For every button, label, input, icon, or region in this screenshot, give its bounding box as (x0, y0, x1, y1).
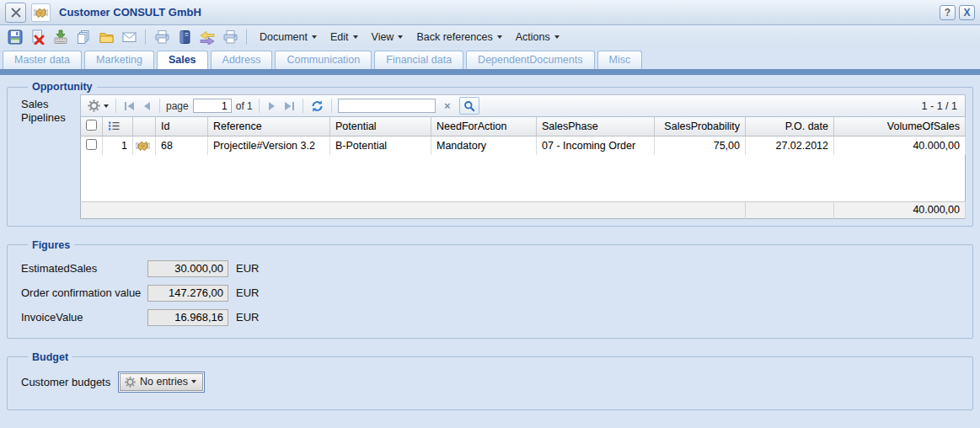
col-header-salesprobability[interactable]: SalesProbability (655, 117, 746, 136)
handshake-icon[interactable] (136, 140, 153, 152)
menu-bar: Document Edit View Back references Actio… (260, 31, 560, 43)
customer-budgets-label: Customer budgets (21, 376, 118, 388)
grid-toolbar: page of 1 (80, 94, 966, 117)
transfer-arrows-icon[interactable] (199, 29, 216, 45)
cell-salesprobability: 75,00 (655, 136, 746, 155)
menu-back-references[interactable]: Back references (416, 31, 501, 43)
col-header-needforaction[interactable]: NeedForAction (431, 117, 537, 136)
row-icon-header (133, 117, 156, 136)
mail-icon[interactable] (120, 29, 137, 45)
handshake-icon (34, 7, 48, 19)
tab-marketing[interactable]: Marketing (84, 51, 154, 69)
cell-potential: B-Potential (330, 136, 431, 155)
window-close-left-button[interactable] (5, 3, 26, 23)
table-footer-row: 40.000,00 (81, 201, 966, 218)
chevron-down-icon (398, 35, 403, 39)
last-page-button[interactable] (282, 99, 297, 113)
tab-accent-bar (0, 69, 980, 75)
next-page-button[interactable] (265, 99, 278, 113)
opportunity-legend: Opportunity (28, 81, 97, 93)
no-entries-label: No entries (140, 376, 188, 388)
row-number-header[interactable] (103, 117, 133, 136)
invoice-value-label: InvoiceValue (21, 311, 147, 324)
figures-legend: Figures (28, 239, 74, 251)
grid-settings-gear-button[interactable] (86, 98, 110, 114)
folder-icon[interactable] (98, 29, 115, 45)
page-of-label: of 1 (236, 100, 253, 112)
cell-salesphase: 07 - Incoming Order (537, 136, 655, 155)
table-header-row: Id Reference Potential NeedForAction Sal… (81, 117, 966, 136)
col-header-po-date[interactable]: P.O. date (746, 117, 834, 136)
save-icon[interactable] (7, 29, 24, 45)
copy-icon[interactable] (75, 29, 92, 45)
opportunity-section: Opportunity Sales Pipelines (7, 81, 973, 227)
tab-misc[interactable]: Misc (597, 51, 643, 69)
grid-toolbar-separator (259, 99, 260, 113)
page-label: page (166, 100, 189, 112)
estimated-sales-currency: EUR (236, 262, 259, 275)
delete-document-icon[interactable] (29, 29, 46, 45)
col-header-potential[interactable]: Potential (330, 117, 431, 136)
col-header-salesphase[interactable]: SalesPhase (537, 117, 655, 136)
select-all-header (81, 117, 103, 136)
window-title: Customer CONSULT GmbH (59, 6, 934, 19)
sales-pipelines-table: Id Reference Potential NeedForAction Sal… (80, 117, 966, 219)
select-all-checkbox[interactable] (86, 120, 97, 131)
prev-page-button[interactable] (141, 99, 153, 113)
close-x-icon (9, 6, 23, 19)
menu-actions-label: Actions (516, 31, 550, 43)
first-page-button[interactable] (122, 99, 137, 113)
toolbar-separator (246, 29, 247, 45)
customer-budgets-dropdown-wrap: No entries (118, 372, 205, 393)
paste-insert-icon[interactable] (52, 29, 69, 45)
search-icon (463, 100, 475, 112)
menu-edit[interactable]: Edit (330, 31, 358, 43)
table-row[interactable]: 1 (81, 136, 966, 155)
tab-sales[interactable]: Sales (157, 51, 208, 69)
print-preview-icon[interactable] (222, 29, 238, 45)
budget-legend: Budget (28, 351, 72, 363)
gear-icon (124, 376, 137, 388)
tab-communication[interactable]: Communication (275, 51, 372, 69)
search-button[interactable] (459, 97, 479, 115)
gear-icon (87, 99, 101, 113)
print-icon[interactable] (153, 29, 170, 45)
menu-actions[interactable]: Actions (516, 31, 560, 43)
estimated-sales-label: EstimatedSales (21, 262, 147, 275)
refresh-button[interactable] (309, 99, 325, 114)
budget-section: Budget Customer budgets (7, 351, 973, 410)
col-header-id[interactable]: Id (156, 117, 208, 136)
invoice-value-field[interactable] (147, 309, 228, 326)
table-empty-area (81, 155, 966, 201)
row-checkbox[interactable] (86, 139, 97, 150)
col-header-reference[interactable]: Reference (208, 117, 330, 136)
page-content: Opportunity Sales Pipelines (0, 75, 980, 410)
tab-master-data[interactable]: Master data (3, 51, 82, 69)
clear-search-button[interactable]: × (440, 99, 455, 114)
help-button[interactable]: ? (940, 5, 956, 20)
tab-dependent-documents[interactable]: DependentDocuments (466, 51, 594, 69)
cell-id: 68 (156, 136, 208, 155)
page-number-input[interactable] (193, 99, 232, 113)
report-book-icon[interactable] (176, 29, 193, 45)
col-header-volumeofsales[interactable]: VolumeOfSales (834, 117, 966, 136)
chevron-down-icon (353, 35, 358, 39)
figures-section: Figures EstimatedSales EUR Order confirm… (7, 239, 973, 339)
tab-financial-data[interactable]: Financial data (374, 51, 463, 69)
customer-budgets-dropdown-button[interactable]: No entries (120, 373, 203, 391)
menu-document[interactable]: Document (260, 31, 317, 43)
chevron-down-icon (191, 380, 196, 383)
title-bar: Customer CONSULT GmbH ? X (0, 0, 980, 25)
cell-needforaction: Mandatory (431, 136, 537, 155)
grid-toolbar-separator (115, 99, 116, 113)
tab-address[interactable]: Address (211, 51, 273, 69)
order-confirmation-value-field[interactable] (147, 285, 228, 302)
menu-edit-label: Edit (330, 31, 349, 43)
tab-bar: Master data Marketing Sales Address Comm… (0, 48, 980, 69)
document-type-box (31, 3, 51, 22)
menu-view[interactable]: View (372, 31, 404, 43)
search-input[interactable] (338, 99, 436, 113)
order-confirmation-value-label: Order confirmation value (21, 286, 147, 299)
close-button[interactable]: X (959, 5, 975, 20)
estimated-sales-field[interactable] (147, 260, 228, 277)
